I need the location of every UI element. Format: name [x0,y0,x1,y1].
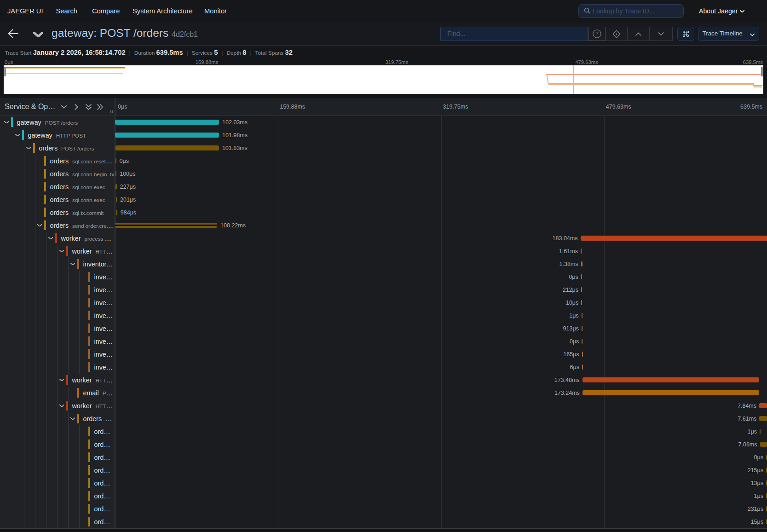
svg-text:?: ? [596,31,599,36]
